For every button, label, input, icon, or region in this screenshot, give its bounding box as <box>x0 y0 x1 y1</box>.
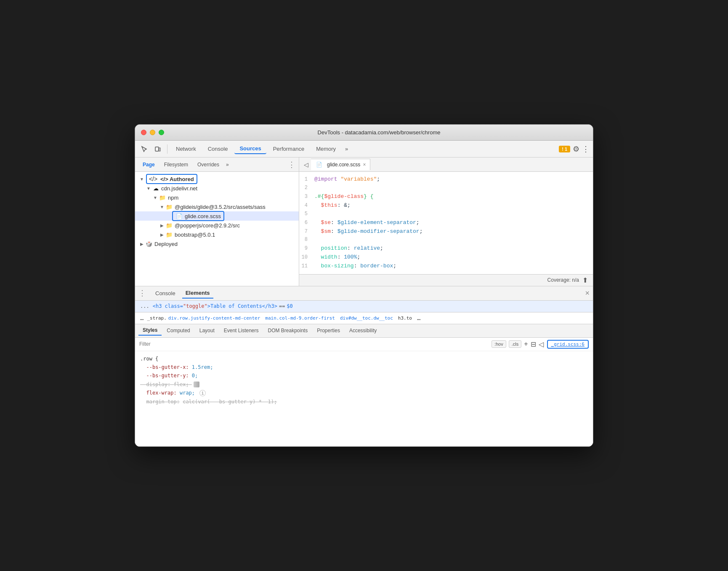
tab-page[interactable]: Page <box>138 160 159 169</box>
filter-buttons: :hov .cls + ⊟ ◁ <box>492 340 544 348</box>
folder-icon-popper: 📁 <box>165 221 173 229</box>
coverage-icon: ⬆ <box>582 276 588 284</box>
left-panel-options[interactable]: ⋮ <box>288 160 295 169</box>
more-options-button[interactable]: ⋮ <box>582 144 590 154</box>
cls-button[interactable]: .cls <box>509 340 522 348</box>
bootstrap-folder-label: bootstrap@5.0.1 <box>175 232 215 238</box>
bc-div-toc[interactable]: div#dw__toc.dw__toc <box>340 315 393 321</box>
css-prop-gutter-y: --bs-gutter-y: <box>146 373 189 379</box>
tree-item-glide-folder[interactable]: ▼ 📁 @glideis/glide@3.5.2/src/assets/sass <box>135 202 299 211</box>
css-rules-area: .row { --bs-gutter-x: 1.5rem; --bs-gutte… <box>135 351 593 446</box>
tab-filesystem[interactable]: Filesystem <box>160 160 192 169</box>
left-panel-more[interactable]: » <box>224 161 231 168</box>
settings-button[interactable]: ⚙ <box>573 144 579 154</box>
bc-h3[interactable]: h3.to <box>398 315 412 321</box>
bc-main[interactable]: main.col-md-9.order-first <box>265 315 335 321</box>
bottom-panel: ⋮ Console Elements × ... <h3 class="togg… <box>135 286 593 446</box>
tree-arrow-glide-file <box>165 214 172 219</box>
copy-styles-button[interactable]: ⊟ <box>531 340 536 348</box>
tree-item-deployed[interactable]: ▶ 🎲 Deployed <box>135 239 299 248</box>
tab-sources[interactable]: Sources <box>234 144 266 154</box>
bottom-close-button[interactable]: × <box>585 289 590 298</box>
tree-item-popper-folder[interactable]: ▶ 📁 @popperjs/core@2.9.2/src <box>135 221 299 230</box>
devtools-body: Network Console Sources Performance Memo… <box>135 141 593 446</box>
add-rule-button[interactable]: + <box>524 340 528 348</box>
css-prop-row-5: margin-top: calc(var(-- bs-gutter-y) * -… <box>140 398 588 406</box>
editor-tab-glide[interactable]: 📄 glide.core.scss × <box>311 159 370 170</box>
editor-file-icon: 📄 <box>315 161 323 168</box>
styles-tab-event-listeners[interactable]: Event Listeners <box>220 326 263 335</box>
styles-tab-styles[interactable]: Styles <box>138 326 162 336</box>
bc-div-row[interactable]: div.row.justify-content-md-center <box>168 315 260 321</box>
tree-item-cdn[interactable]: ▼ ☁ cdn.jsdelivr.net <box>135 184 299 193</box>
css-prop-row-3: display: flex; <box>140 380 588 389</box>
minimize-button[interactable] <box>150 130 155 135</box>
code-editor[interactable]: 1 @import "variables"; 2 3 .#{$glide-cla… <box>299 172 593 274</box>
svg-rect-1 <box>159 148 160 151</box>
hov-button[interactable]: :hov <box>492 340 506 348</box>
code-line-3: 3 .#{$glide-class} { <box>299 192 593 201</box>
bottom-options-icon[interactable]: ⋮ <box>138 288 146 298</box>
tree-arrow-npm: ▼ <box>152 195 159 200</box>
styles-tab-bar: Styles Computed Layout Event Listeners D… <box>135 324 593 338</box>
toolbar-more-button[interactable]: » <box>343 144 351 154</box>
left-panel: Page Filesystem Overrides » ⋮ ▼ </> </> … <box>135 157 299 286</box>
tab-overrides[interactable]: Overrides <box>193 160 223 169</box>
popper-folder-label: @popperjs/core@2.9.2/src <box>175 222 240 229</box>
css-prop-flex-wrap: flex-wrap: <box>146 390 176 396</box>
source-link[interactable]: _grid.scss:6 <box>547 340 589 349</box>
device-toggle-button[interactable] <box>152 143 164 155</box>
notification-badge: ! 1 <box>559 146 570 152</box>
panel-tab-bar: Page Filesystem Overrides » ⋮ <box>135 157 299 172</box>
file-tree: ▼ </> </> Authored ▼ ☁ cdn.jsdelivr.net <box>135 172 299 286</box>
expand-styles-button[interactable]: ◁ <box>539 340 544 348</box>
editor-back-button[interactable]: ◁ <box>301 160 311 170</box>
tree-item-authored[interactable]: ▼ </> </> Authored <box>135 174 299 184</box>
traffic-lights <box>141 130 164 135</box>
display-icon <box>194 382 199 387</box>
deployed-label: Deployed <box>154 241 178 247</box>
code-line-7: 7 $sm: $glide-modifier-separator; <box>299 227 593 236</box>
bc-strap[interactable]: _strap. <box>147 315 166 321</box>
tree-arrow-cdn: ▼ <box>145 186 152 191</box>
close-button[interactable] <box>141 130 146 135</box>
tree-item-bootstrap-folder[interactable]: ▶ 📁 bootstrap@5.0.1 <box>135 230 299 239</box>
styles-tab-accessibility[interactable]: Accessibility <box>345 326 381 335</box>
glide-file-label: glide.core.scss <box>185 213 221 219</box>
tab-network[interactable]: Network <box>171 144 201 154</box>
editor-tab-close[interactable]: × <box>363 162 366 168</box>
code-line-6: 6 $se: $glide-element-separator; <box>299 219 593 227</box>
tab-console[interactable]: Console <box>203 144 233 154</box>
tree-arrow-popper: ▶ <box>159 223 165 228</box>
maximize-button[interactable] <box>159 130 164 135</box>
tab-memory[interactable]: Memory <box>311 144 341 154</box>
styles-tab-properties[interactable]: Properties <box>313 326 344 335</box>
styles-tab-computed[interactable]: Computed <box>162 326 194 335</box>
tree-item-npm[interactable]: ▼ 📁 npm <box>135 193 299 202</box>
coverage-label: Coverage: n/a <box>547 277 579 283</box>
cloud-icon: ☁ <box>152 184 159 192</box>
code-line-1: 1 @import "variables"; <box>299 175 593 184</box>
tab-performance[interactable]: Performance <box>268 144 309 154</box>
element-picker-button[interactable] <box>138 143 150 155</box>
breadcrumb-bar: … _strap. div.row.justify-content-md-cen… <box>135 312 593 324</box>
styles-tab-layout[interactable]: Layout <box>195 326 219 335</box>
code-line-5: 5 <box>299 210 593 219</box>
css-val-gutter-x: 1.5rem; <box>192 364 213 370</box>
tab-elements-bottom[interactable]: Elements <box>182 288 213 299</box>
css-selector-row: .row { <box>140 355 588 363</box>
css-prop-row-1: --bs-gutter-x: 1.5rem; <box>140 363 588 371</box>
filter-bar: :hov .cls + ⊟ ◁ _grid.scss:6 <box>135 338 593 351</box>
folder-icon-glide: 📁 <box>165 203 173 211</box>
scss-file-icon: 📄 <box>175 212 183 220</box>
cube-icon: 🎲 <box>145 240 153 248</box>
tab-console-bottom[interactable]: Console <box>152 288 179 298</box>
tree-item-glide-file[interactable]: 📄 glide.core.scss <box>135 211 299 221</box>
styles-tab-dom-breakpoints[interactable]: DOM Breakpoints <box>263 326 312 335</box>
css-prop-row-2: --bs-gutter-y: 0; <box>140 371 588 380</box>
css-selector: .row { <box>140 356 158 362</box>
filter-input[interactable] <box>139 341 488 347</box>
code-line-10: 10 width: 100%; <box>299 253 593 262</box>
main-split: Page Filesystem Overrides » ⋮ ▼ </> </> … <box>135 157 593 286</box>
tree-arrow-deployed: ▶ <box>138 242 145 246</box>
